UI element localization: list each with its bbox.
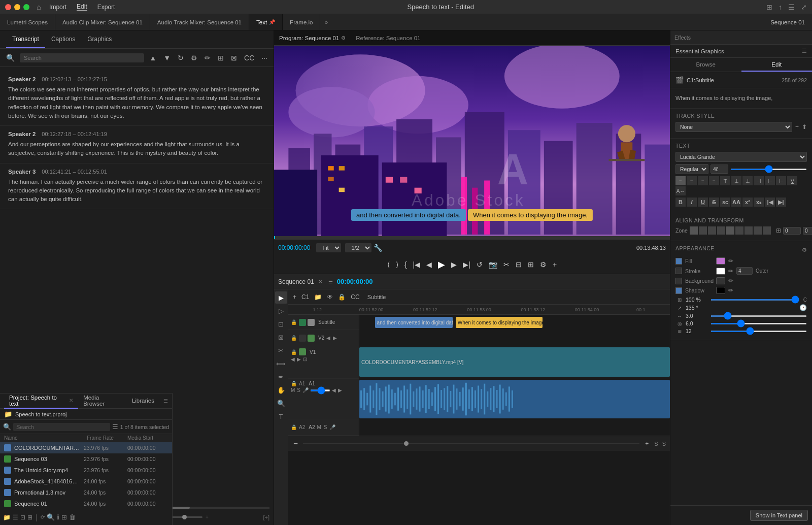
a2-target-icon[interactable]: A2 <box>299 424 305 430</box>
subtitle-clip-2[interactable]: When it comes to displaying the image, <box>456 317 543 328</box>
trim-button[interactable]: ✂ <box>502 260 511 269</box>
sort-up-icon[interactable]: ▲ <box>147 53 158 63</box>
type-tool[interactable]: T <box>275 410 287 422</box>
list-item[interactable]: Sequence 03 23.976 fps 00:00:00:00 <box>0 453 172 465</box>
subscript-btn[interactable]: x₂ <box>754 198 764 207</box>
folder-button[interactable]: 📁 <box>313 293 323 301</box>
v1-main-clip[interactable]: COLORDOCUMENTARYASSEMBLY.mp4 [V] <box>359 347 670 377</box>
bg-edit-icon[interactable]: ✏ <box>728 277 733 284</box>
jump-to-first-btn[interactable]: |◀ <box>765 198 775 207</box>
edit-transcript-icon[interactable]: ✏ <box>202 53 213 63</box>
a1-lock-icon[interactable]: 🔒 <box>290 381 297 386</box>
v1-vis-icon[interactable] <box>299 348 306 355</box>
align-h-left-btn[interactable]: ⊣ <box>754 176 764 185</box>
font-size-slider[interactable] <box>730 169 807 170</box>
tab-graphics[interactable]: Graphics <box>81 30 118 48</box>
font-size-input[interactable] <box>710 165 728 174</box>
timeline-zoom-slider[interactable] <box>303 443 639 444</box>
eg-tab-edit[interactable]: Edit <box>741 58 813 72</box>
appearance-settings-icon[interactable]: ⚙ <box>802 247 807 253</box>
lock-button[interactable]: 🔒 <box>336 293 347 301</box>
v2-lock-icon[interactable]: 🔒 <box>290 335 297 341</box>
bg-color-swatch[interactable] <box>716 277 725 284</box>
slip-tool[interactable]: ⟺ <box>275 357 287 370</box>
visibility-button[interactable]: 👁 <box>325 293 334 301</box>
camera-button[interactable]: 📷 <box>487 260 499 269</box>
stroke-edit-icon[interactable]: ✏ <box>728 268 733 275</box>
jump-end-button[interactable]: ▶| <box>461 260 472 269</box>
edit-label[interactable]: Edit <box>77 3 87 11</box>
underline-btn[interactable]: U <box>698 198 708 207</box>
wrench-icon[interactable]: 🔧 <box>374 244 382 252</box>
fill-color-swatch[interactable] <box>716 257 725 265</box>
hand-tool[interactable]: ✋ <box>275 384 287 396</box>
shadow-blur-slider[interactable] <box>710 331 807 332</box>
a2-mute-btn[interactable]: M <box>316 424 321 430</box>
loop-button[interactable]: ↺ <box>475 260 484 269</box>
export-icon[interactable]: ↑ <box>779 3 782 11</box>
tab-transcript[interactable]: Transcript <box>6 30 45 48</box>
pp-icon-view-btn[interactable]: ⊡ <box>20 514 25 521</box>
zone-bl-btn[interactable] <box>745 226 753 235</box>
tab-lumetri[interactable]: Lumetri Scopes <box>0 14 55 30</box>
home-icon[interactable]: ⌂ <box>37 3 41 11</box>
a1-right-btn[interactable]: ▶ <box>337 387 343 393</box>
show-in-text-panel-button[interactable]: Show in Text panel <box>750 510 808 521</box>
pp-new-item-btn[interactable]: ⊞ <box>61 513 67 521</box>
list-item[interactable]: AdobeStock_414840163_Vi... 24.00 fps 00:… <box>0 476 172 487</box>
list-item[interactable]: Promotional 1.3.mov 24.00 fps 00:00:00:0… <box>0 487 172 498</box>
tab-frameio[interactable]: Frame.io <box>283 14 320 30</box>
track-out-icon[interactable] <box>308 319 315 326</box>
select-tool[interactable]: ▶ <box>275 291 287 304</box>
kern-icon[interactable]: V̲ <box>787 176 797 185</box>
tab-text[interactable]: Text 📌 <box>249 14 283 30</box>
settings-icon[interactable]: ⚙ <box>341 35 346 41</box>
a1-mic-btn[interactable]: 🎤 <box>302 387 309 393</box>
tab-captions[interactable]: Captions <box>45 30 81 48</box>
settings-button[interactable]: ⚙ <box>538 260 548 269</box>
pp-delete-btn[interactable]: 🗑 <box>69 513 76 521</box>
align-h-top-btn[interactable]: ⊤ <box>720 176 730 185</box>
caption-icon[interactable]: CC <box>242 53 256 63</box>
split-icon[interactable]: ⊠ <box>229 53 239 63</box>
pp-new-bin-btn[interactable]: 📁 <box>3 514 11 521</box>
project-search-input[interactable] <box>13 423 110 431</box>
align-center-btn[interactable]: ≡ <box>687 176 697 185</box>
search-icon[interactable]: 🔍 <box>4 53 17 63</box>
list-item[interactable]: The Untold Story.mp4 23.976 fps 00:00:00… <box>0 465 172 476</box>
pp-tab-media[interactable]: Media Browser <box>78 393 127 409</box>
search-input[interactable] <box>20 53 144 62</box>
pp-tab-project[interactable]: Project: Speech to text ✕ <box>4 393 78 409</box>
marker-in-button[interactable]: ⟨ <box>386 260 391 269</box>
pm-fit-select[interactable]: Fit <box>316 243 341 252</box>
jump-to-last-btn[interactable]: ▶| <box>776 198 786 207</box>
italic-btn[interactable]: I <box>687 198 697 207</box>
bg-check[interactable] <box>675 278 682 284</box>
play-button[interactable]: ▶ <box>436 259 447 270</box>
extract-button[interactable]: ⊟ <box>514 260 523 269</box>
stroke-color-swatch[interactable] <box>716 268 725 275</box>
v1-left-btn[interactable]: ◀ <box>290 356 295 362</box>
import-label[interactable]: Import <box>49 4 66 11</box>
align-h-vcenter-btn[interactable]: ⊢ <box>765 176 775 185</box>
subtitle-clip-1[interactable]: and then converted into digital data. <box>375 317 453 328</box>
superscript-btn[interactable]: x² <box>742 198 753 207</box>
fill-check[interactable] <box>675 258 682 265</box>
marker-out-button[interactable]: ⟩ <box>394 260 400 269</box>
list-view-btn[interactable]: ☰ <box>112 423 118 431</box>
stroke-check[interactable] <box>675 268 682 274</box>
pp-automate-icon[interactable]: ⟳ <box>41 514 45 520</box>
merge-icon[interactable]: ⊞ <box>216 53 226 63</box>
v1-lock-icon[interactable]: 🔒 <box>290 349 297 355</box>
ripple-tool[interactable]: ⊡ <box>275 318 287 330</box>
program-monitor-tab[interactable]: Program: Sequence 01 ⚙ <box>279 35 346 41</box>
search-icon-pp[interactable]: 🔍 <box>3 423 11 431</box>
zone-ml-btn[interactable] <box>717 226 725 235</box>
v2-vis-icon[interactable] <box>308 335 315 342</box>
allcaps-btn[interactable]: AA <box>731 198 741 207</box>
pos-y-input[interactable] <box>803 227 812 235</box>
step-forward-button[interactable]: ▶ <box>450 260 458 269</box>
list-item[interactable]: COLORDOCUMENTARYASSE... 23.976 fps 00:00… <box>0 442 172 453</box>
settings-icon[interactable]: ⚙ <box>189 53 199 63</box>
shadow-dist-slider[interactable] <box>710 315 807 317</box>
